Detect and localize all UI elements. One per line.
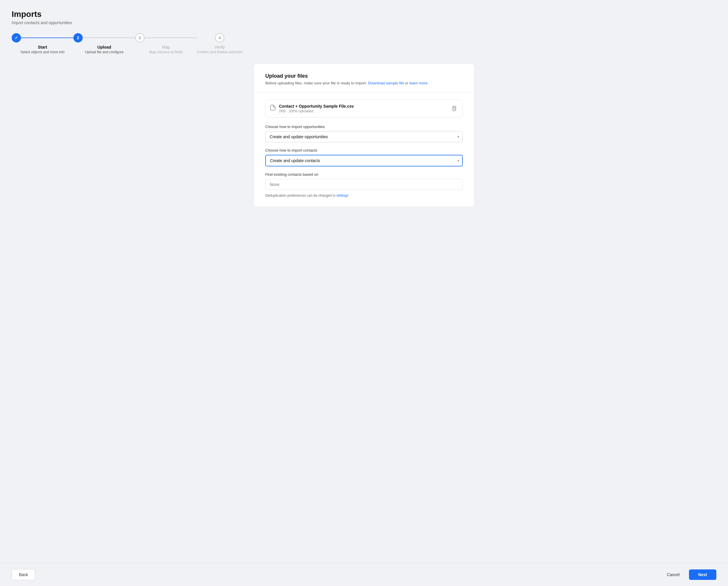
file-icon	[270, 105, 275, 112]
step-map-label: Map	[162, 45, 170, 50]
contacts-field: Choose how to import contacts Create and…	[265, 148, 463, 166]
main-card: Upload your files Before uploading files…	[253, 63, 475, 207]
step-verify-label: Verify	[215, 45, 225, 50]
step-verify-circle: 4	[215, 33, 224, 43]
dedup-note: Deduplication preferences can be changed…	[265, 193, 463, 197]
step-upload-circle: 2	[73, 33, 83, 43]
step-verify: 4 Verify Confirm and finalize selection	[197, 33, 243, 54]
step-verify-number: 4	[218, 35, 221, 40]
connector-1	[21, 37, 73, 38]
settings-link[interactable]: settings	[336, 193, 348, 197]
opportunities-select-wrapper: Create and update opportunities Create o…	[265, 131, 463, 142]
connector-3	[145, 37, 197, 38]
next-button[interactable]: Next	[689, 569, 717, 580]
card-description: Before uploading files, make sure your f…	[265, 81, 463, 85]
connector-2	[83, 37, 135, 38]
page-title: Imports	[11, 9, 717, 19]
delete-file-button[interactable]	[451, 105, 458, 112]
download-sample-link[interactable]: Download sample file	[368, 81, 404, 85]
opportunities-label: Choose how to import opportunities	[265, 125, 463, 129]
step-upload-number: 2	[77, 35, 79, 40]
step-map-number: 3	[139, 35, 141, 40]
file-meta: 2KB · 100% Uploaded	[279, 109, 354, 113]
back-button[interactable]: Back	[11, 569, 35, 580]
divider	[254, 92, 474, 92]
footer-right: Cancel Next	[661, 569, 717, 580]
step-map-sublabel: Map columns to fields	[149, 50, 183, 54]
step-upload-label: Upload	[97, 45, 111, 50]
step-upload: 2 Upload Upload file and configure	[73, 33, 135, 54]
contacts-label: Choose how to import contacts	[265, 148, 463, 153]
cancel-button[interactable]: Cancel	[661, 569, 685, 580]
file-name: Contact + Opportunity Sample File.csv	[279, 104, 354, 109]
card-title: Upload your files	[265, 73, 463, 79]
footer: Back Cancel Next	[0, 563, 728, 586]
step-start-label: Start	[38, 45, 47, 50]
step-map: 3 Map Map columns to fields	[135, 33, 197, 54]
checkmark-icon: ✓	[15, 35, 18, 40]
dedup-field: Find existing contacts based on	[265, 172, 463, 193]
step-upload-sublabel: Upload file and configure	[85, 50, 124, 54]
dedup-input[interactable]	[265, 179, 463, 190]
stepper: ✓ Start Select objects and more info 2 U…	[11, 33, 717, 54]
contacts-select-wrapper: Create and update contacts Create contac…	[265, 155, 463, 166]
step-start-sublabel: Select objects and more info	[20, 50, 65, 54]
learn-more-link[interactable]: learn more.	[409, 81, 429, 85]
page-subtitle: Import contacts and opportunities	[11, 20, 717, 25]
step-verify-sublabel: Confirm and finalize selection	[197, 50, 243, 54]
dedup-label: Find existing contacts based on	[265, 172, 463, 177]
step-map-circle: 3	[135, 33, 145, 43]
step-start: ✓ Start Select objects and more info	[11, 33, 73, 54]
contacts-select[interactable]: Create and update contacts Create contac…	[265, 155, 463, 166]
file-item: Contact + Opportunity Sample File.csv 2K…	[265, 100, 463, 117]
opportunities-field: Choose how to import opportunities Creat…	[265, 125, 463, 142]
opportunities-select[interactable]: Create and update opportunities Create o…	[265, 131, 463, 142]
step-start-circle: ✓	[11, 33, 21, 43]
